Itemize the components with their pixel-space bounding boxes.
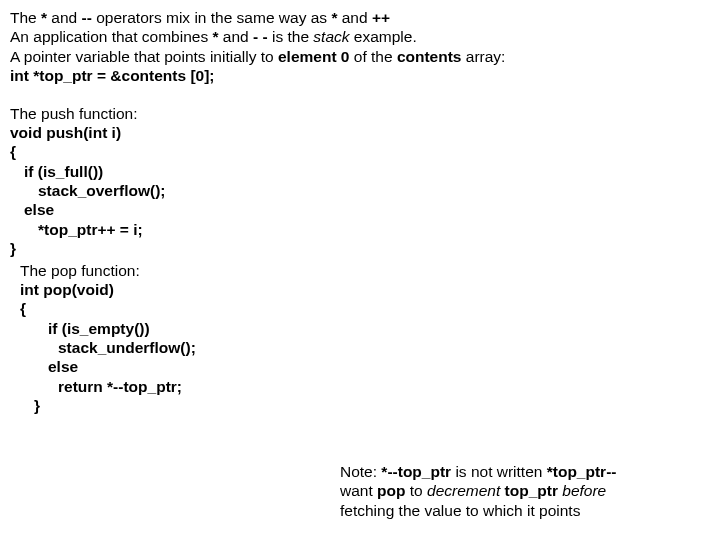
text: and [337, 9, 371, 26]
code-star-dec-top: *--top_ptr [381, 463, 451, 480]
text: want [340, 482, 377, 499]
push-signature: void push(int i) [10, 123, 710, 142]
text-before: before [562, 482, 606, 499]
text: to [405, 482, 427, 499]
text: and [219, 28, 253, 45]
pop-brace-open: { [20, 299, 710, 318]
pop-underflow: stack_underflow(); [20, 338, 710, 357]
text: is the [268, 28, 314, 45]
push-assign: *top_ptr++ = i; [10, 220, 710, 239]
push-overflow: stack_overflow(); [10, 181, 710, 200]
push-if: if (is_full()) [10, 162, 710, 181]
push-block: The push function: void push(int i) { if… [10, 104, 710, 259]
text-element0: element 0 [278, 48, 350, 65]
text: A pointer variable that points initially… [10, 48, 278, 65]
text-stack: stack [313, 28, 349, 45]
pop-if: if (is_empty()) [20, 319, 710, 338]
document-page: The * and -- operators mix in the same w… [0, 0, 720, 540]
push-title: The push function: [10, 104, 710, 123]
note-line-2: want pop to decrement top_ptr before [340, 481, 700, 500]
text-topptr: top_ptr [505, 482, 558, 499]
text: operators mix in the same way as [92, 9, 332, 26]
push-brace-open: { [10, 142, 710, 161]
text: An application that combines [10, 28, 212, 45]
note-line-3: fetching the value to which it points [340, 501, 700, 520]
operator-incinc: ++ [372, 9, 390, 26]
pop-brace-close: } [20, 396, 710, 415]
code-star-top-dec: *top_ptr-- [547, 463, 617, 480]
note-line-1: Note: *--top_ptr is not written *top_ptr… [340, 462, 700, 481]
text: of the [349, 48, 396, 65]
intro-paragraph: The * and -- operators mix in the same w… [10, 8, 710, 86]
pop-signature: int pop(void) [20, 280, 710, 299]
text: The [10, 9, 41, 26]
text-pop: pop [377, 482, 405, 499]
text: Note: [340, 463, 381, 480]
operator-decdec: - - [253, 28, 268, 45]
text: example. [350, 28, 417, 45]
text-decrement: decrement [427, 482, 500, 499]
intro-code-line: int *top_ptr = &contents [0]; [10, 66, 710, 85]
push-else: else [10, 200, 710, 219]
intro-line-2: An application that combines * and - - i… [10, 27, 710, 46]
operator-decdec: -- [82, 9, 92, 26]
text: array: [461, 48, 505, 65]
pop-block: The pop function: int pop(void) { if (is… [10, 261, 710, 416]
side-note: Note: *--top_ptr is not written *top_ptr… [340, 462, 700, 520]
text: and [47, 9, 81, 26]
text-contents: contents [397, 48, 462, 65]
push-brace-close: } [10, 239, 710, 258]
intro-line-1: The * and -- operators mix in the same w… [10, 8, 710, 27]
text: is not written [451, 463, 547, 480]
intro-line-3: A pointer variable that points initially… [10, 47, 710, 66]
pop-return: return *--top_ptr; [20, 377, 710, 396]
pop-title: The pop function: [20, 261, 710, 280]
pop-else: else [20, 357, 710, 376]
